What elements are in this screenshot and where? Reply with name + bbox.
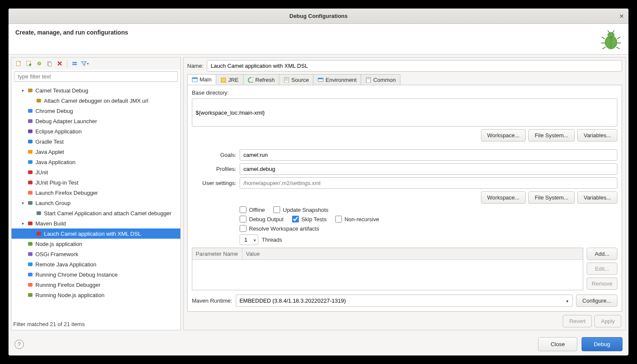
tree-item-junit-plug-in-test[interactable]: JUnit Plug-in Test — [12, 177, 180, 188]
config-type-icon — [27, 128, 34, 135]
workspace-button-2[interactable]: Workspace... — [481, 191, 526, 204]
update-snapshots-checkbox[interactable]: Update Snapshots — [273, 206, 328, 213]
tree-item-camel-textual-debug[interactable]: ▾Camel Textual Debug — [12, 85, 180, 95]
resolve-workspace-checkbox[interactable]: Resolve Workspace artifacts — [240, 225, 319, 232]
tab-label: JRE — [228, 77, 239, 83]
tab-main[interactable]: Main — [187, 74, 216, 85]
threads-select[interactable]: 1 — [240, 234, 258, 245]
config-type-icon — [35, 210, 42, 217]
profiles-label: Profiles: — [192, 166, 236, 172]
tab-icon — [192, 77, 198, 83]
window-title: Debug Configurations — [290, 13, 348, 19]
base-dir-label: Base directory: — [192, 90, 617, 96]
parameters-table[interactable]: Parameter Name Value — [192, 248, 583, 290]
filter-button[interactable]: ▾ — [80, 59, 90, 68]
config-type-icon — [27, 169, 34, 176]
name-row: Name: — [187, 60, 622, 72]
new-config-button[interactable] — [14, 59, 23, 68]
svg-rect-26 — [28, 160, 33, 164]
close-button[interactable]: Close — [538, 337, 577, 351]
remove-param-button[interactable]: Remove — [587, 277, 617, 290]
variables-button-2[interactable]: Variables... — [577, 191, 617, 204]
tree-item-running-firefox-debugger[interactable]: Running Firefox Debugger — [12, 280, 180, 290]
config-type-icon — [27, 148, 34, 155]
debug-output-checkbox[interactable]: Debug Output — [240, 216, 284, 222]
tree-item-label: Running Firefox Debugger — [35, 282, 100, 288]
tree-item-java-application[interactable]: Java Application — [12, 157, 180, 167]
tree-item-launch-group[interactable]: ▾Launch Group — [12, 198, 180, 208]
tree-item-label: Start Camel Application and attach Camel… — [44, 210, 171, 217]
non-recursive-checkbox[interactable]: Non-recursive — [335, 216, 379, 222]
tree-item-eclipse-application[interactable]: Eclipse Application — [12, 126, 180, 136]
param-name-header: Parameter Name — [192, 248, 243, 260]
svg-rect-32 — [28, 222, 33, 225]
tab-main-content: Base directory: Workspace... File System… — [187, 85, 622, 312]
page-title: Create, manage, and run configurations — [15, 29, 128, 36]
workspace-button[interactable]: Workspace... — [481, 129, 526, 142]
apply-button[interactable]: Apply — [594, 315, 621, 327]
filesystem-button-2[interactable]: File System... — [528, 191, 575, 204]
config-tree[interactable]: ▾Camel Textual DebugAttach Camel debugge… — [12, 84, 180, 318]
tree-item-chrome-debug[interactable]: Chrome Debug — [12, 106, 180, 116]
svg-point-13 — [29, 64, 31, 66]
tree-item-gradle-test[interactable]: Gradle Test — [12, 136, 180, 147]
help-icon[interactable]: ? — [14, 340, 24, 349]
profiles-input[interactable] — [240, 163, 617, 175]
collapse-arrow-icon[interactable]: ▾ — [22, 88, 27, 93]
base-dir-input[interactable] — [192, 98, 617, 127]
offline-checkbox[interactable]: Offline — [240, 206, 265, 213]
name-input[interactable] — [207, 60, 622, 72]
tab-jre[interactable]: JRE — [216, 74, 243, 85]
close-icon[interactable]: ✕ — [619, 13, 624, 20]
tree-item-running-chrome-debug-instance[interactable]: Running Chrome Debug Instance — [12, 269, 180, 280]
tree-item-remote-java-application[interactable]: Remote Java Application — [12, 259, 180, 269]
svg-rect-16 — [48, 62, 51, 66]
tree-item-label: Chrome Debug — [35, 108, 73, 114]
parameters-section: Parameter Name Value Add... Edit... Remo… — [192, 248, 617, 290]
tree-item-maven-build[interactable]: ▾Maven Build — [12, 218, 180, 228]
tab-source[interactable]: Source — [279, 74, 313, 85]
tree-item-node-js-application[interactable]: Node.js application — [12, 239, 180, 249]
collapse-arrow-icon[interactable]: ▾ — [22, 221, 27, 226]
tree-item-attach-camel-debugger-on-default-jmx-url[interactable]: Attach Camel debugger on default JMX url — [12, 95, 180, 106]
svg-rect-25 — [28, 150, 33, 154]
svg-rect-39 — [28, 293, 33, 297]
new-prototype-button[interactable] — [24, 59, 34, 68]
tree-item-java-applet[interactable]: Java Applet — [12, 147, 180, 157]
svg-rect-18 — [72, 64, 77, 65]
delete-button[interactable] — [55, 59, 64, 68]
configure-button[interactable]: Configure... — [576, 295, 617, 307]
tree-item-debug-adapter-launcher[interactable]: Debug Adapter Launcher — [12, 116, 180, 126]
config-type-icon — [27, 87, 34, 94]
config-type-icon — [27, 240, 34, 247]
config-type-icon — [27, 261, 34, 268]
tree-item-start-camel-application-and-attach-camel-debugger[interactable]: Start Camel Application and attach Camel… — [12, 208, 180, 218]
duplicate-button[interactable] — [45, 59, 54, 68]
tree-item-osgi-framework[interactable]: OSGi Framework — [12, 249, 180, 259]
tree-item-launch-firefox-debugger[interactable]: Launch Firefox Debugger — [12, 188, 180, 198]
tab-environment[interactable]: Environment — [313, 74, 361, 85]
debug-button[interactable]: Debug — [582, 337, 623, 351]
usersettings-input[interactable] — [240, 177, 617, 189]
tree-item-junit[interactable]: JUnit — [12, 167, 180, 177]
debug-bug-icon — [600, 29, 622, 50]
skip-tests-checkbox[interactable]: Skip Tests — [292, 216, 327, 222]
variables-button[interactable]: Variables... — [577, 129, 617, 142]
svg-rect-28 — [28, 181, 33, 185]
tab-refresh[interactable]: Refresh — [243, 74, 280, 85]
export-button[interactable] — [35, 59, 44, 68]
edit-param-button[interactable]: Edit... — [587, 263, 617, 275]
collapse-all-button[interactable] — [70, 59, 79, 68]
config-tree-panel: ▾ ▾Camel Textual DebugAttach Camel debug… — [11, 57, 181, 330]
filesystem-button[interactable]: File System... — [528, 129, 575, 142]
add-param-button[interactable]: Add... — [587, 248, 617, 260]
tree-item-running-node-js-application[interactable]: Running Node.js application — [12, 290, 180, 300]
filter-input[interactable] — [14, 71, 178, 82]
collapse-arrow-icon[interactable]: ▾ — [22, 201, 27, 205]
goals-input[interactable] — [240, 149, 617, 161]
tab-common[interactable]: Common — [361, 74, 400, 85]
revert-button[interactable]: Revert — [563, 315, 592, 327]
tree-item-lauch-camel-application-with-xml-dsl[interactable]: Lauch Camel application with XML DSL — [12, 228, 180, 239]
config-type-icon — [27, 138, 34, 145]
runtime-select[interactable]: EMBEDDED (3.8.4/1.18.3.20220227-1319) — [236, 295, 573, 307]
